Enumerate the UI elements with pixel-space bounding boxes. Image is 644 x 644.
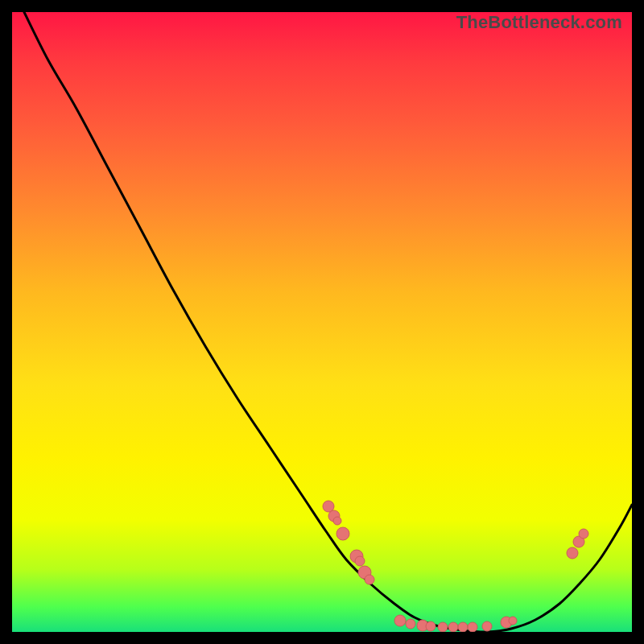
scatter-dot: [579, 529, 588, 539]
scatter-dot: [394, 615, 406, 626]
bottleneck-curve: [24, 12, 632, 632]
scatter-dot: [365, 575, 374, 584]
frame: TheBottleneck.com: [0, 0, 644, 644]
scatter-dot: [448, 622, 458, 632]
scatter-dot: [438, 622, 448, 632]
scatter-dot: [336, 527, 349, 540]
scatter-dot: [567, 547, 578, 559]
scatter-dot: [509, 617, 517, 625]
chart-svg: [12, 12, 632, 632]
scatter-dot: [468, 622, 477, 632]
plot-area: TheBottleneck.com: [12, 12, 632, 632]
scatter-dot: [426, 621, 436, 631]
scatter-dot: [355, 556, 365, 566]
scatter-dot: [406, 619, 415, 629]
scatter-dot: [482, 621, 492, 631]
scatter-dot: [333, 517, 341, 525]
scatter-dot: [458, 622, 468, 632]
